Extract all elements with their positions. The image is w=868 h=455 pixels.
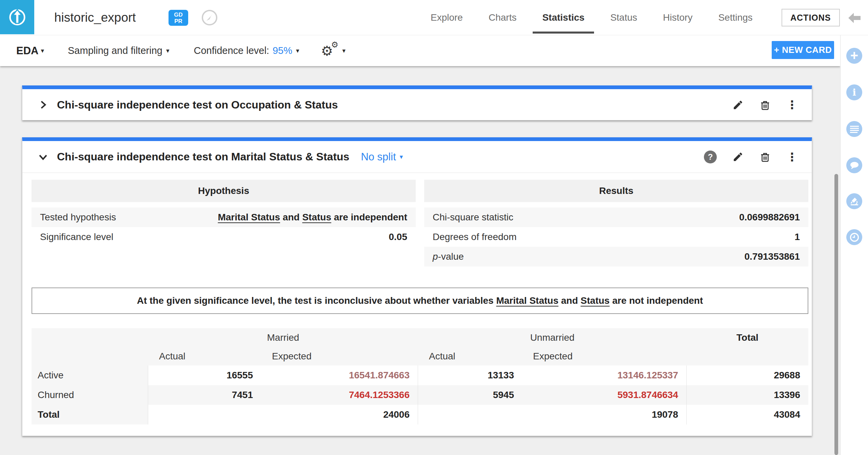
variable-link: Status (302, 212, 331, 222)
table-row: Chi-square statistic 0.0699882691 (424, 207, 808, 227)
collapse-panel-arrow-icon[interactable] (847, 12, 862, 24)
row-label-active: Active (32, 365, 148, 385)
discussions-button[interactable] (846, 157, 862, 173)
actions-button[interactable]: ACTIONS (782, 9, 840, 26)
table-row: p-value 0.791353861 (424, 247, 808, 266)
more-options-kebab-icon[interactable]: ⋮ (786, 99, 798, 111)
sampling-filtering-dropdown[interactable]: Sampling and filtering ▾ (68, 45, 169, 56)
expand-chevron-right-icon[interactable] (38, 100, 48, 110)
nav-tab-charts[interactable]: Charts (489, 12, 516, 23)
hypothesis-results-section: Hypothesis Tested hypothesis Marital Sta… (32, 180, 808, 266)
confidence-label: Confidence level: (194, 45, 269, 56)
timeline-button[interactable] (846, 229, 862, 245)
gdpr-badge[interactable]: GD PR (169, 10, 188, 26)
variable-link: Marital Status (496, 295, 558, 306)
row-label-churned: Churned (32, 385, 148, 405)
more-options-kebab-icon[interactable]: ⋮ (786, 151, 798, 163)
confidence-level-dropdown[interactable]: Confidence level: 95% ▾ (194, 45, 299, 56)
edit-pencil-icon[interactable] (732, 151, 744, 163)
chevron-down-icon: ▾ (296, 47, 299, 55)
delete-trash-icon[interactable] (759, 99, 771, 111)
conclusion-prefix: At the given significance level, the tes… (137, 295, 496, 306)
row-label: Degrees of freedom (433, 232, 516, 242)
navigator-compass-icon[interactable] (201, 9, 218, 26)
statistics-toolbar: EDA ▾ Sampling and filtering ▾ Confidenc… (0, 35, 840, 66)
worksheet-settings-dropdown[interactable]: ⚙⚙ ▾ (299, 42, 346, 60)
card-chi-square-occupation: Chi-square independence test on Occupati… (22, 85, 812, 120)
column-header-total: Total (687, 328, 808, 347)
cell-active-unmarried-expected: 13146.125337 (522, 365, 687, 385)
hypothesis-header: Hypothesis (32, 180, 416, 202)
right-action-rail: + i (840, 35, 868, 455)
chi-square-statistic-value: 0.0699882691 (739, 212, 800, 223)
split-label: No split (361, 151, 396, 163)
app-window: historic_export GD PR Explore Charts Sta… (0, 0, 868, 455)
chevron-down-icon: ▾ (166, 47, 170, 55)
cell-churned-unmarried-actual: 5945 (418, 385, 522, 405)
nav-tab-settings[interactable]: Settings (718, 12, 752, 23)
details-button[interactable] (846, 121, 862, 137)
info-button[interactable]: i (846, 84, 862, 100)
join-text: and (280, 212, 302, 222)
nav-tab-status[interactable]: Status (610, 12, 637, 23)
empty-cell (32, 347, 148, 365)
cell-total-married-actual (148, 405, 261, 424)
gdpr-badge-line1: GD (174, 12, 183, 18)
cell-active-total: 29688 (687, 365, 808, 385)
p-italic: p (433, 251, 438, 262)
page-title: historic_export (54, 0, 136, 35)
gears-icon: ⚙⚙ (321, 42, 339, 60)
cell-active-married-actual: 16555 (148, 365, 261, 385)
conclusion-text: At the given significance level, the tes… (137, 295, 703, 306)
card-title: Chi-square independence test on Occupati… (57, 99, 338, 111)
list-icon (850, 125, 859, 133)
significance-value: 0.05 (389, 232, 408, 242)
microscope-icon (850, 197, 859, 206)
chat-bubble-icon (850, 161, 859, 170)
cell-total-unmarried-expected: 19078 (522, 405, 687, 424)
suffix-text: are independent (331, 212, 407, 222)
cell-total-unmarried-actual (418, 405, 522, 424)
table-row: Significance level 0.05 (32, 227, 416, 247)
tested-hypothesis-value: Marital Status and Status are independen… (218, 212, 407, 223)
variable-link: Marital Status (218, 212, 280, 222)
vertical-scrollbar[interactable] (834, 174, 838, 455)
cell-active-married-expected: 16541.874663 (261, 365, 418, 385)
results-table: Results Chi-square statistic 0.069988269… (424, 180, 808, 266)
results-header: Results (424, 180, 808, 202)
app-logo[interactable] (0, 0, 34, 34)
table-row: Degrees of freedom 1 (424, 227, 808, 247)
lab-microscope-button[interactable] (846, 193, 862, 209)
upload-arrow-icon (6, 6, 28, 28)
conclusion-suffix: are not independent (610, 295, 703, 306)
cell-active-unmarried-actual: 13133 (418, 365, 522, 385)
no-split-dropdown[interactable]: No split ▾ (361, 151, 403, 163)
add-button[interactable]: + (846, 48, 862, 64)
cell-total-total: 43084 (687, 405, 808, 424)
top-header-bar: historic_export GD PR Explore Charts Sta… (0, 0, 868, 35)
collapse-chevron-down-icon[interactable] (38, 152, 48, 162)
group-header-unmarried: Unmarried (418, 328, 687, 347)
cell-churned-unmarried-expected: 5931.8746634 (522, 385, 687, 405)
eda-label: EDA (16, 45, 38, 57)
eda-worksheet-dropdown[interactable]: EDA ▾ (16, 45, 44, 57)
nav-tab-statistics[interactable]: Statistics (542, 12, 585, 23)
edit-pencil-icon[interactable] (732, 99, 744, 111)
help-question-icon[interactable]: ? (704, 151, 717, 163)
card-actions: ? ⋮ (704, 151, 798, 163)
group-header-married: Married (148, 328, 418, 347)
column-header-actual: Actual (418, 347, 522, 365)
conclusion-join: and (558, 295, 580, 306)
plus-icon: + (850, 48, 858, 62)
delete-trash-icon[interactable] (759, 151, 771, 163)
nav-tab-explore[interactable]: Explore (431, 12, 463, 23)
confidence-value: 95% (273, 45, 292, 56)
degrees-of-freedom-value: 1 (794, 232, 800, 242)
nav-tab-history[interactable]: History (663, 12, 692, 23)
cell-churned-total: 13396 (687, 385, 808, 405)
column-header-expected: Expected (261, 347, 418, 365)
row-label-total: Total (32, 405, 148, 424)
new-card-button[interactable]: + NEW CARD (772, 41, 834, 59)
row-label: Tested hypothesis (40, 212, 116, 223)
column-header-expected: Expected (522, 347, 687, 365)
